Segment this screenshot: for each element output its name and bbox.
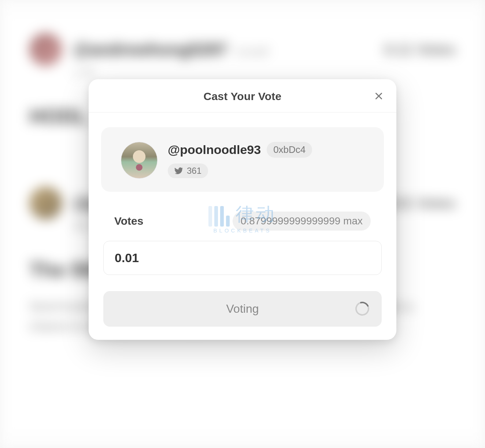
wallet-address-badge: 0xbDc4: [267, 142, 312, 158]
votes-label: Votes: [114, 215, 143, 227]
submit-vote-button[interactable]: Voting: [103, 291, 382, 327]
avatar: [121, 142, 158, 179]
modal-backdrop: Cast Your Vote @poolnoodle93 0xbDc4: [0, 0, 485, 448]
user-line: @poolnoodle93 0xbDc4: [168, 142, 312, 158]
vote-button-label: Voting: [226, 302, 259, 316]
vote-amount-input[interactable]: [103, 241, 382, 275]
user-info: @poolnoodle93 0xbDc4 361: [168, 142, 312, 178]
spinner-icon: [353, 300, 371, 318]
close-icon: [374, 91, 384, 102]
votes-row: Votes 0.8799999999999999 max: [101, 212, 384, 231]
modal-body: @poolnoodle93 0xbDc4 361 Votes: [89, 113, 396, 327]
user-card: @poolnoodle93 0xbDc4 361: [101, 127, 384, 192]
modal-header: Cast Your Vote: [89, 79, 396, 113]
modal-title: Cast Your Vote: [204, 90, 282, 103]
vote-modal: Cast Your Vote @poolnoodle93 0xbDc4: [89, 79, 396, 340]
twitter-followers-count: 361: [187, 166, 201, 176]
user-line: 361: [168, 164, 312, 178]
user-handle: @poolnoodle93: [168, 143, 261, 157]
close-button[interactable]: [371, 89, 386, 104]
twitter-icon: [174, 166, 183, 175]
max-votes-badge[interactable]: 0.8799999999999999 max: [233, 212, 371, 231]
twitter-followers-badge: 361: [168, 164, 208, 178]
